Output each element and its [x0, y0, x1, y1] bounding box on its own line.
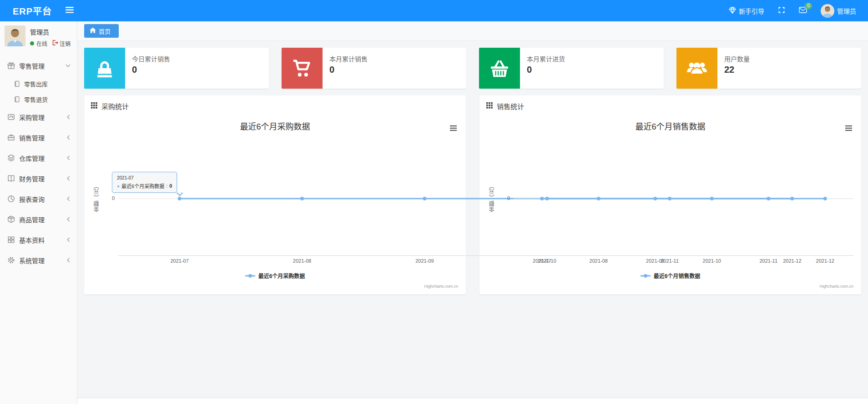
package-icon — [7, 215, 15, 223]
data-point[interactable] — [423, 197, 426, 200]
stat-card-label: 今日累计销售 — [132, 54, 170, 63]
panel-header: 销售统计 — [479, 95, 861, 116]
data-point[interactable] — [653, 197, 657, 200]
logout-link[interactable]: 注销 — [52, 40, 71, 47]
clock-icon — [7, 195, 15, 203]
data-point[interactable] — [178, 197, 182, 200]
chevron-left-icon — [66, 237, 71, 242]
highcharts-credit[interactable]: Highcharts.com.cn — [819, 284, 853, 289]
briefcase-icon — [7, 134, 15, 141]
data-point[interactable] — [597, 197, 601, 200]
home-icon — [90, 27, 96, 35]
fullscreen-icon — [778, 6, 785, 15]
tooltip-value: 0 — [169, 183, 172, 189]
sidebar-item-goods[interactable]: 商品管理 — [0, 209, 77, 229]
sidebar: 管理员 在线 注销 零售管理零售出库零售退货采购管理销售管理仓库管理财务管理报表… — [0, 21, 77, 404]
message-count-badge: 0 — [805, 3, 812, 9]
panel-header: 采购统计 — [84, 95, 466, 116]
gear-icon — [7, 256, 15, 264]
tooltip-arrow-fill — [177, 192, 183, 195]
repeat-icon — [7, 113, 15, 121]
sidebar-toggle-button[interactable] — [66, 7, 74, 15]
sidebar-item-label: 零售管理 — [19, 61, 45, 70]
stat-card-text: 用户数量22 — [717, 48, 750, 89]
sidebar-item-label: 财务管理 — [19, 174, 45, 183]
sidebar-subitem-retail-outbound[interactable]: 零售出库 — [0, 76, 77, 91]
data-point[interactable] — [767, 197, 770, 200]
chevron-left-icon — [66, 258, 71, 263]
data-point[interactable] — [823, 197, 827, 200]
notebook-icon — [14, 96, 20, 103]
sidebar-subitem-label: 零售退货 — [24, 95, 48, 104]
x-axis-label: 2021-07 — [521, 258, 562, 264]
grid-icon — [7, 236, 15, 244]
x-axis-label: 2021-10 — [691, 258, 732, 264]
top-navbar: ERP平台 新手引导 0 管理员 — [0, 0, 868, 21]
highcharts-credit[interactable]: Highcharts.com.cn — [424, 284, 458, 289]
legend-marker-icon — [641, 273, 651, 279]
main-content: 首页 今日累计销售0本月累计销售0本月累计进货0用户数量22 采购统计最近6个月… — [77, 21, 868, 404]
sidebar-item-reports[interactable]: 报表查询 — [0, 189, 77, 209]
data-point[interactable] — [540, 197, 544, 200]
chart-purchase-stats: 最近6个月采购数据金额（元）02021-072021-082021-092021… — [91, 116, 459, 294]
user-menu[interactable]: 管理员 — [821, 4, 856, 18]
sidebar-item-finance[interactable]: 财务管理 — [0, 168, 77, 189]
sidebar-item-sales[interactable]: 销售管理 — [0, 127, 77, 148]
sidebar-item-label: 报表查询 — [19, 195, 45, 204]
guide-link[interactable]: 新手引导 — [729, 6, 764, 15]
chart-sales-stats: 最近6个月销售数据金额（元）02021-072021-082021-092021… — [486, 116, 854, 294]
avatar — [821, 4, 834, 18]
messages-button[interactable]: 0 — [799, 7, 807, 15]
stat-card-label: 本月累计销售 — [329, 54, 368, 63]
open-book-icon — [7, 175, 15, 182]
gift-icon — [7, 62, 15, 70]
sidebar-user-panel: 管理员 在线 注销 — [0, 21, 77, 50]
sidebar-menu: 零售管理零售出库零售退货采购管理销售管理仓库管理财务管理报表查询商品管理基本资料… — [0, 55, 77, 270]
stat-card-value: 0 — [329, 65, 368, 75]
sidebar-item-system[interactable]: 系统管理 — [0, 250, 77, 270]
layers-icon — [7, 154, 15, 162]
chevron-left-icon — [66, 217, 71, 222]
sidebar-subitem-retail-return[interactable]: 零售退货 — [0, 91, 77, 107]
navbar-right: 新手引导 0 管理员 — [729, 4, 856, 18]
users-icon — [676, 48, 717, 89]
username-label: 管理员 — [837, 6, 856, 15]
x-axis-label: 2021-09 — [404, 258, 445, 264]
sign-out-icon — [52, 40, 58, 47]
chevron-left-icon — [66, 155, 71, 160]
online-status-dot — [30, 41, 34, 45]
data-point[interactable] — [710, 197, 714, 200]
x-axis-label: 2021-09 — [635, 258, 676, 264]
fullscreen-button[interactable] — [778, 6, 785, 15]
sidebar-item-label: 基本资料 — [19, 235, 45, 244]
stat-card-text: 本月累计销售0 — [323, 48, 368, 89]
sidebar-item-basic-data[interactable]: 基本资料 — [0, 229, 77, 250]
sidebar-item-warehouse[interactable]: 仓库管理 — [0, 148, 77, 168]
sidebar-user-info: 管理员 在线 注销 — [30, 25, 71, 47]
stat-card-label: 用户数量 — [724, 54, 750, 63]
data-point[interactable] — [300, 197, 304, 200]
th-grid-icon — [486, 102, 493, 110]
stat-card-label: 本月累计进货 — [527, 54, 565, 63]
sidebar-item-label: 销售管理 — [19, 133, 45, 142]
x-axis-label: 2021-08 — [282, 258, 323, 264]
tooltip-series-label: 最近6个月采购数据 — [121, 182, 164, 190]
footer-divider — [77, 398, 868, 404]
chart-legend-item[interactable]: 最近6个月采购数据 — [91, 272, 459, 279]
tooltip-category: 2021-07 — [117, 175, 172, 180]
logout-label: 注销 — [60, 40, 71, 47]
sidebar-item-purchase[interactable]: 采购管理 — [0, 107, 77, 127]
sidebar-subitem-label: 零售出库 — [24, 80, 48, 88]
stat-card-value: 0 — [527, 65, 565, 75]
charts-row: 采购统计最近6个月采购数据金额（元）02021-072021-082021-09… — [84, 95, 861, 294]
sidebar-item-retail[interactable]: 零售管理 — [0, 55, 77, 76]
chevron-left-icon — [66, 196, 71, 201]
x-axis-label: 2021-11 — [748, 258, 789, 264]
shopping-bag-icon — [84, 48, 125, 89]
tab-home[interactable]: 首页 — [84, 24, 119, 38]
breadcrumb: 首页 — [77, 21, 868, 41]
chart-legend-item[interactable]: 最近6个月销售数据 — [486, 272, 854, 279]
guide-label: 新手引导 — [739, 6, 764, 15]
stat-card-month-sales: 本月累计销售0 — [282, 48, 466, 89]
chart-tooltip: 2021-07●最近6个月采购数据: 0 — [112, 172, 177, 193]
